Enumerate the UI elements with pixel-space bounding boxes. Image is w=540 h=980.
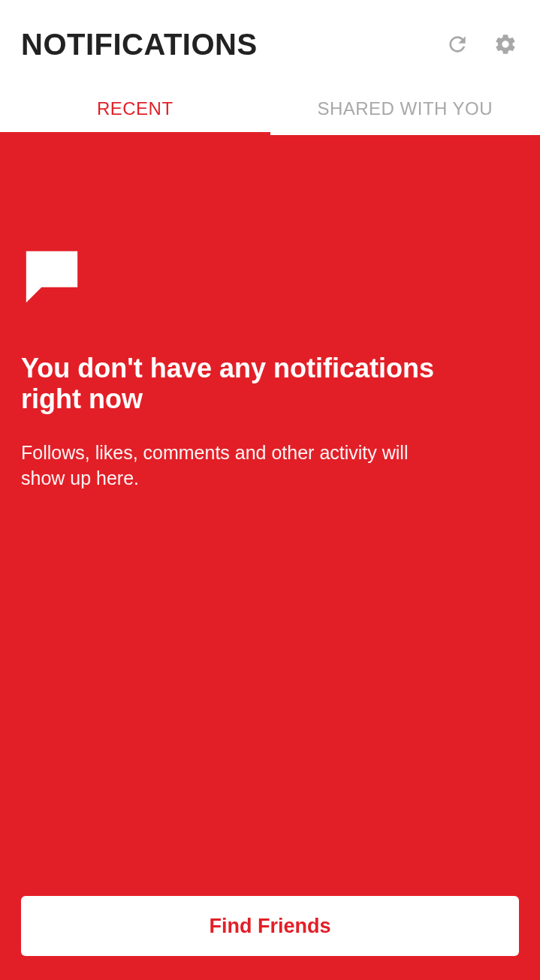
settings-gear-icon[interactable]: [492, 31, 519, 58]
tab-recent[interactable]: RECENT: [0, 83, 270, 135]
find-friends-button[interactable]: Find Friends: [21, 896, 519, 956]
page-title: NOTIFICATIONS: [21, 28, 258, 62]
header-bar: NOTIFICATIONS: [0, 0, 540, 83]
empty-state-description: Follows, likes, comments and other activ…: [21, 440, 442, 492]
refresh-icon[interactable]: [444, 31, 471, 58]
header-actions: [444, 31, 519, 58]
tab-recent-label: RECENT: [97, 98, 173, 119]
tab-bar: RECENT SHARED WITH YOU: [0, 83, 540, 135]
empty-state: You don't have any notifications right n…: [21, 246, 519, 491]
tab-shared-label: SHARED WITH YOU: [317, 98, 493, 119]
tab-shared-with-you[interactable]: SHARED WITH YOU: [270, 83, 541, 135]
speech-bubble-icon: [21, 246, 519, 311]
empty-state-title: You don't have any notifications right n…: [21, 353, 442, 415]
content-area: You don't have any notifications right n…: [0, 135, 540, 980]
notifications-screen: NOTIFICATIONS RECENT SHARED WITH YOU You…: [0, 0, 540, 980]
bottom-actions: Find Friends: [21, 896, 519, 959]
